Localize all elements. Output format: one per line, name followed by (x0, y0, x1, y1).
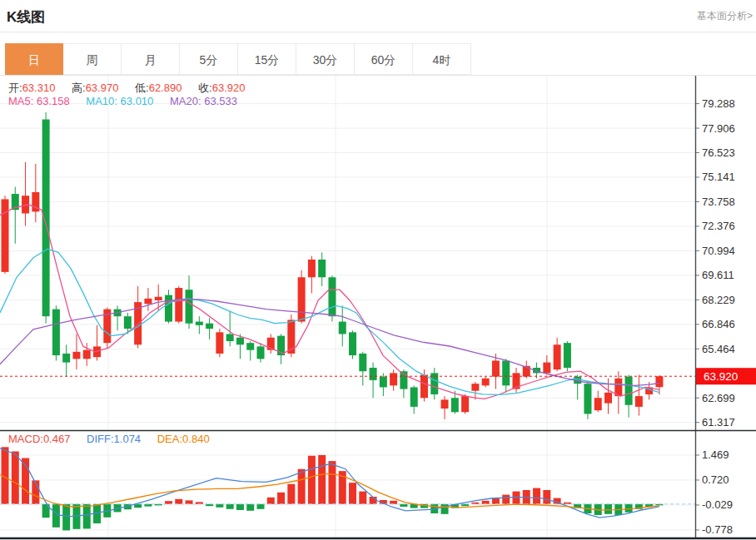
current-price-tag: 63.920 (696, 368, 756, 384)
macd-info: MACD:0.467 DIFF:1.074 DEA:0.840 (8, 433, 223, 445)
svg-text:-0.029: -0.029 (702, 498, 733, 511)
svg-text:73.758: 73.758 (702, 196, 735, 208)
dea-value: 0.840 (182, 433, 210, 445)
ma20-label: MA20: (170, 95, 201, 107)
high-label: 高: (72, 82, 86, 94)
tab-15min[interactable]: 15分 (238, 43, 296, 75)
ma10-value: 63.010 (121, 95, 154, 107)
ma-info: MA5: 63.158 MA10: 63.010 MA20: 63.533 (8, 95, 251, 107)
fundamental-analysis-link[interactable]: 基本面分析> (697, 9, 753, 23)
svg-text:76.523: 76.523 (702, 146, 735, 159)
ma10-line (0, 249, 659, 394)
svg-text:66.846: 66.846 (702, 318, 735, 330)
svg-text:79.288: 79.288 (702, 97, 735, 110)
close-label: 收: (198, 82, 212, 94)
low-value: 62.890 (149, 82, 182, 94)
svg-text:77.906: 77.906 (702, 122, 735, 135)
kline-page: K线图 基本面分析> 日周月5分15分30分60分4时 开:63.310 高:6… (0, 0, 756, 540)
svg-text:68.229: 68.229 (702, 294, 735, 306)
ma20-value: 63.533 (204, 95, 237, 107)
page-title: K线图 (7, 7, 45, 27)
svg-text:65.464: 65.464 (702, 343, 735, 355)
tab-60min[interactable]: 60分 (355, 43, 413, 75)
svg-text:61.317: 61.317 (702, 416, 735, 429)
chart-canvas: 63.92079.28877.90676.52375.14173.75872.3… (0, 76, 756, 540)
svg-text:62.699: 62.699 (702, 392, 735, 404)
macd-bars-layer (2, 447, 664, 530)
tab-5min[interactable]: 5分 (180, 43, 238, 75)
svg-text:75.141: 75.141 (702, 171, 735, 183)
svg-text:-0.778: -0.778 (702, 523, 733, 536)
tab-30min[interactable]: 30分 (296, 43, 355, 75)
kline-chart: 开:63.310 高:63.970 低:62.890 收:63.920 MA5:… (0, 75, 756, 540)
macd-value: 0.467 (43, 433, 71, 445)
open-value: 63.310 (22, 82, 56, 94)
svg-text:63.920: 63.920 (704, 370, 738, 383)
ma5-value: 63.158 (37, 95, 70, 107)
tab-week[interactable]: 周 (63, 43, 122, 75)
dea-label: DEA: (157, 433, 182, 445)
svg-text:70.994: 70.994 (702, 245, 735, 257)
period-tabs: 日周月5分15分30分60分4时 (5, 43, 471, 75)
tab-4hour[interactable]: 4时 (413, 43, 471, 75)
tab-month[interactable]: 月 (122, 43, 180, 75)
high-value: 63.970 (86, 82, 119, 94)
ma5-label: MA5: (8, 95, 33, 107)
gridlines-layer (0, 76, 695, 538)
low-label: 低: (135, 82, 149, 94)
svg-text:69.611: 69.611 (702, 269, 734, 281)
tab-day[interactable]: 日 (5, 43, 63, 75)
ma10-label: MA10: (86, 95, 117, 107)
page-header: K线图 基本面分析> (0, 0, 756, 32)
diff-label: DIFF: (87, 433, 114, 445)
ohlc-info: 开:63.310 高:63.970 低:62.890 收:63.920 (8, 81, 258, 96)
close-value: 63.920 (212, 82, 246, 94)
open-label: 开: (8, 82, 22, 94)
svg-text:1.469: 1.469 (702, 448, 729, 461)
svg-text:72.376: 72.376 (702, 220, 735, 232)
macd-axis-labels: 1.4690.720-0.029-0.778 (695, 448, 733, 536)
svg-text:0.720: 0.720 (702, 473, 729, 486)
macd-label: MACD: (8, 433, 43, 445)
diff-value: 1.074 (114, 433, 142, 445)
